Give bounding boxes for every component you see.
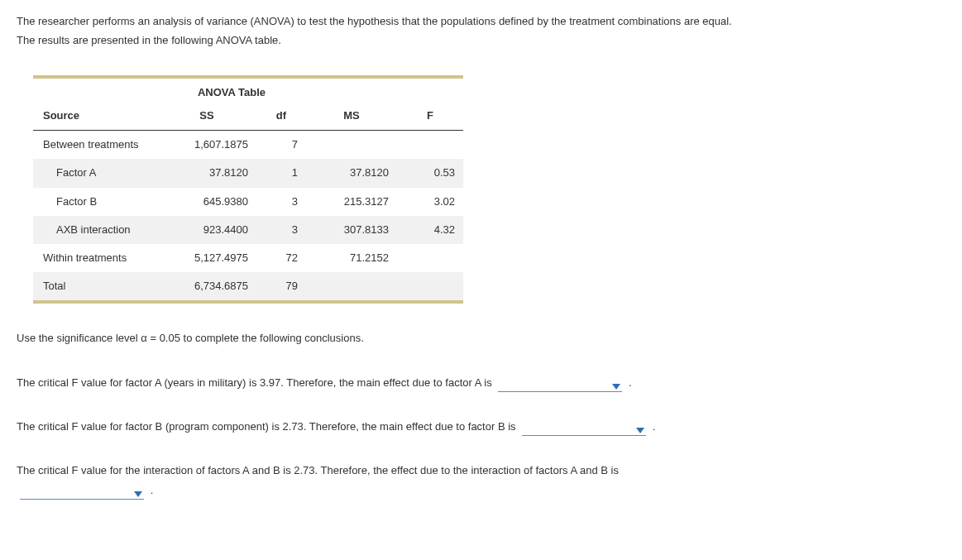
question-1: The critical F value for factor A (years… (17, 373, 945, 392)
q3-post: . (151, 484, 154, 496)
q3-pre: The critical F value for the interaction… (17, 464, 619, 476)
dropdown-factor-a[interactable] (498, 378, 622, 392)
cell-df: 79 (256, 272, 306, 300)
col-header-df: df (256, 102, 306, 131)
dropdown-interaction[interactable] (20, 486, 144, 500)
cell-f (397, 244, 463, 272)
table-row: Factor B645.93803215.31273.02 (33, 188, 463, 216)
q1-post: . (629, 376, 632, 389)
cell-ss: 37.8120 (157, 159, 256, 187)
cell-ss: 1,607.1875 (157, 131, 256, 160)
table-bottom-rule (33, 300, 463, 304)
anova-table-body: Between treatments1,607.18757Factor A37.… (33, 131, 463, 301)
q1-pre: The critical F value for factor A (years… (17, 376, 495, 389)
cell-f (397, 272, 463, 300)
cell-ss: 6,734.6875 (157, 272, 256, 300)
q2-pre: The critical F value for factor B (progr… (17, 420, 519, 433)
cell-ss: 5,127.4975 (157, 244, 256, 272)
table-row: AXB interaction923.44003307.81334.32 (33, 216, 463, 244)
table-row: Between treatments1,607.18757 (33, 131, 463, 160)
table-title: ANOVA Table (157, 79, 306, 102)
cell-f: 0.53 (397, 159, 463, 187)
intro-paragraph: The researcher performs an analysis of v… (17, 12, 945, 50)
cell-df: 3 (256, 216, 306, 244)
question-3: The critical F value for the interaction… (17, 461, 945, 500)
chevron-down-icon (134, 491, 142, 497)
cell-source: Factor B (33, 188, 157, 216)
anova-table-container: ANOVA Table Source SS df MS F Between tr… (33, 75, 463, 304)
q2-post: . (653, 420, 656, 433)
cell-f: 3.02 (397, 188, 463, 216)
cell-ms: 71.2152 (306, 244, 397, 272)
col-header-source: Source (33, 102, 157, 131)
dropdown-factor-b[interactable] (522, 422, 646, 436)
cell-df: 72 (256, 244, 306, 272)
cell-f (397, 131, 463, 160)
cell-ms: 37.8120 (306, 159, 397, 187)
table-row: Factor A37.8120137.81200.53 (33, 159, 463, 187)
col-header-f: F (397, 102, 463, 131)
cell-source: Factor A (33, 159, 157, 187)
cell-ss: 645.9380 (157, 188, 256, 216)
instruction-text: Use the significance level α = 0.05 to c… (17, 328, 945, 347)
cell-df: 1 (256, 159, 306, 187)
cell-ms (306, 131, 397, 160)
cell-source: Within treatments (33, 244, 157, 272)
cell-df: 7 (256, 131, 306, 160)
col-header-ms: MS (306, 102, 397, 131)
cell-source: Between treatments (33, 131, 157, 160)
table-row: Within treatments5,127.49757271.2152 (33, 244, 463, 272)
cell-ss: 923.4400 (157, 216, 256, 244)
cell-df: 3 (256, 188, 306, 216)
question-2: The critical F value for factor B (progr… (17, 417, 945, 436)
intro-line-1: The researcher performs an analysis of v… (17, 15, 732, 27)
cell-source: Total (33, 272, 157, 300)
cell-source: AXB interaction (33, 216, 157, 244)
cell-ms: 307.8133 (306, 216, 397, 244)
chevron-down-icon (612, 384, 620, 390)
intro-line-2: The results are presented in the followi… (17, 34, 281, 46)
cell-ms (306, 272, 397, 300)
anova-table: ANOVA Table Source SS df MS F Between tr… (33, 79, 463, 301)
cell-ms: 215.3127 (306, 188, 397, 216)
table-row: Total6,734.687579 (33, 272, 463, 300)
chevron-down-icon (636, 428, 644, 433)
col-header-ss: SS (157, 102, 256, 131)
cell-f: 4.32 (397, 216, 463, 244)
